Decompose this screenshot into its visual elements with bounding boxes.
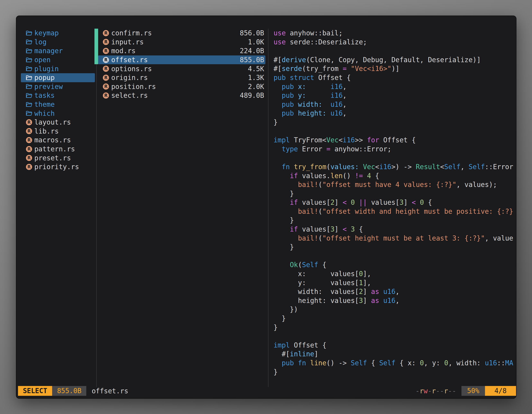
current-item-origin.rs[interactable]: Rorigin.rs1.3K [98,73,265,82]
file-name: keymap [34,29,59,37]
code-line: Ok(Self { [274,260,516,270]
code-line: height: values[3] as u16, [274,296,516,305]
code-line: } [274,189,516,198]
status-bar: SELECT 855.0B offset.rs -rw-r--r-- 50% 4… [18,386,516,396]
code-line: if values[2] < 0 || values[3] < 0 { [274,198,516,207]
parent-item-layout.rs[interactable]: Rlayout.rs [21,118,95,127]
current-item-mod.rs[interactable]: Rmod.rs224.0B [98,47,265,55]
rust-icon: R [103,75,109,81]
parent-item-priority.rs[interactable]: Rpriority.rs [21,163,95,171]
current-item-select.rs[interactable]: Rselect.rs489.0B [98,91,265,100]
parent-item-manager[interactable]: manager [21,47,95,55]
code-line: y: values[1], [274,278,516,287]
parent-item-macros.rs[interactable]: Rmacros.rs [21,136,95,144]
file-name: preset.rs [34,154,71,162]
file-name: mod.rs [111,47,135,55]
code-line: if values.len() != 4 { [274,171,516,180]
file-name: tasks [34,91,55,99]
code-line [274,127,516,136]
file-name: confirm.rs [111,29,152,37]
rust-icon: R [26,155,32,161]
code-line [274,332,516,341]
file-size: 224.0B [240,47,264,55]
parent-item-which[interactable]: which [21,109,95,118]
current-item-options.rs[interactable]: Roptions.rs4.5K [98,64,265,73]
file-name: layout.rs [34,118,71,126]
current-item-offset.rs[interactable]: Roffset.rs855.0B [98,55,265,64]
file-name: pattern.rs [34,145,75,153]
file-name: priority.rs [34,163,79,171]
file-name: which [34,109,55,117]
folder-open-icon [26,66,32,72]
rust-icon: R [103,30,109,36]
file-size: 1.3K [248,74,264,82]
scroll-percent-badge: 50% [461,386,485,396]
cursor-position-badge: 4/8 [485,386,516,396]
code-line: impl TryFrom<Vec<i16>> for Offset { [274,136,516,144]
code-line: }) [274,305,516,314]
rust-icon: R [103,83,109,90]
code-line: if values[3] < 3 { [274,225,516,234]
parent-item-keymap[interactable]: keymap [21,29,95,38]
parent-item-tasks[interactable]: tasks [21,91,95,100]
parent-item-log[interactable]: log [21,38,95,47]
file-name: options.rs [111,65,152,73]
visual-select-marker [95,55,98,64]
file-size-badge: 855.0B [52,386,86,396]
rust-icon: R [103,39,109,45]
parent-pane: keymaplogmanageropenpluginpopuppreviewta… [21,29,95,171]
mode-badge: SELECT [18,386,52,396]
folder-open-icon [26,92,32,99]
parent-item-plugin[interactable]: plugin [21,64,95,73]
file-name: preview [34,83,63,91]
file-size: 1.0K [248,38,264,46]
parent-item-preview[interactable]: preview [21,82,95,91]
current-item-input.rs[interactable]: Rinput.rs1.0K [98,38,265,47]
file-name: select.rs [111,91,148,99]
code-line [274,154,516,163]
folder-open-icon [26,30,32,36]
file-name: log [34,38,47,46]
code-line [274,251,516,260]
code-line: pub height: u16, [274,109,516,118]
code-line: x: values[0], [274,270,516,278]
current-item-position.rs[interactable]: Rposition.rs2.0K [98,82,265,91]
code-line: use anyhow::bail; [274,29,516,38]
visual-select-marker [95,47,98,55]
status-filename: offset.rs [92,387,128,395]
code-line: } [274,323,516,332]
rust-icon: R [26,146,32,152]
parent-item-pattern.rs[interactable]: Rpattern.rs [21,144,95,154]
file-size: 856.0B [240,29,264,37]
file-name: position.rs [111,83,156,91]
file-name: input.rs [111,38,144,46]
code-line: pub fn line() -> Self { Self { x: 0, y: … [274,359,516,367]
code-line: type Error = anyhow::Error; [274,144,516,154]
yazi-window: keymaplogmanageropenpluginpopuppreviewta… [16,16,516,399]
preview-pane: use anyhow::bail;use serde::Deserialize;… [274,29,516,376]
parent-item-preset.rs[interactable]: Rpreset.rs [21,154,95,163]
file-size: 4.5K [248,65,264,73]
code-line: bail!("offset width and height must be p… [274,207,516,216]
file-name: offset.rs [111,56,148,64]
parent-item-popup[interactable]: popup [21,73,95,82]
desktop-background: { "colors": { "window_bg": "#1b1b1d", "a… [0,0,532,414]
code-line: impl Offset { [274,341,516,350]
rust-icon: R [103,48,109,54]
file-size: 489.0B [240,91,264,99]
visual-select-marker [95,38,98,47]
folder-open-icon [26,75,32,81]
parent-item-open[interactable]: open [21,55,95,64]
parent-item-lib.rs[interactable]: Rlib.rs [21,127,95,136]
current-item-confirm.rs[interactable]: Rconfirm.rs856.0B [98,29,265,38]
file-name: plugin [34,65,59,73]
code-line: } [274,367,516,376]
rust-icon: R [103,66,109,72]
parent-item-theme[interactable]: theme [21,100,95,109]
folder-open-icon [26,39,32,45]
file-name: lib.rs [34,127,59,135]
file-name: origin.rs [111,74,148,82]
rust-icon: R [26,128,32,135]
code-line: #[inline] [274,350,516,359]
rust-icon: R [103,57,109,63]
